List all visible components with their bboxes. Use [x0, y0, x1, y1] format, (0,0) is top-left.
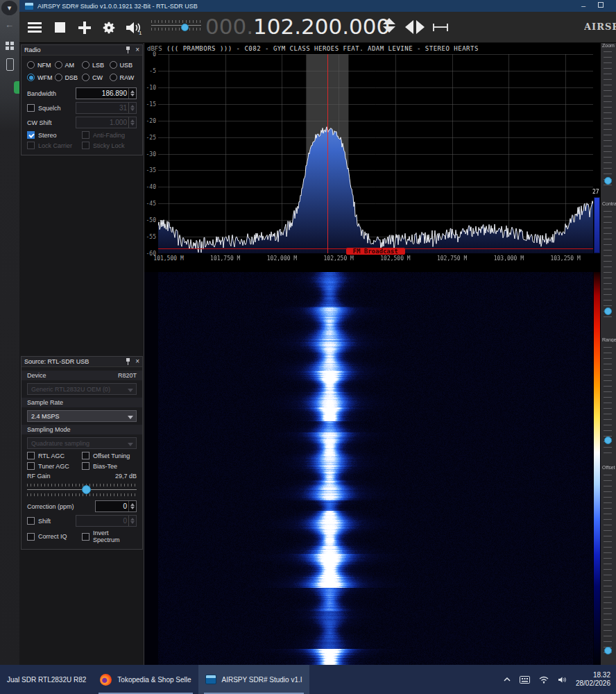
checkbox-label: Invert Spectrum [93, 530, 137, 543]
checkbox-correct-iq[interactable]: Correct IQ [27, 533, 82, 541]
checkbox-label: Offset Tuning [93, 452, 130, 459]
radio-button-icon[interactable] [27, 74, 35, 81]
mode-option-dsb[interactable]: DSB [55, 74, 83, 81]
volume-button[interactable]: 1 [122, 12, 146, 43]
frequency-display[interactable]: 000.102.200.000 [205, 14, 390, 39]
checkbox-rtl-agc[interactable]: RTL AGC [27, 452, 82, 459]
volume-slider[interactable] [151, 20, 201, 35]
radio-button-icon[interactable] [82, 74, 89, 81]
bandwidth-input[interactable]: 186.890 [76, 87, 137, 99]
close-icon[interactable]: × [135, 46, 139, 53]
frequency-stepper[interactable] [383, 18, 395, 33]
window-title: AIRSPY SDR# Studio v1.0.0.1921 32-Bit - … [37, 3, 198, 10]
frequency-down-icon[interactable] [383, 26, 395, 33]
radio-button-icon[interactable] [55, 74, 62, 81]
contrast-slider[interactable] [604, 211, 612, 318]
taskbar-item[interactable]: Jual SDR RTL2832U R82 [0, 665, 93, 694]
contrast-slider-thumb[interactable] [604, 307, 612, 315]
sample-rate-dropdown[interactable]: 2.4 MSPS [27, 410, 137, 422]
mode-option-nfm[interactable]: NFM [27, 61, 55, 69]
tune-left-button[interactable] [405, 20, 413, 34]
mode-option-lsb[interactable]: LSB [82, 61, 110, 69]
taskbar-item[interactable]: AIRSPY SDR# Studio v1.I [198, 665, 309, 694]
spectrum-analyzer[interactable]: dBFS ((( PRAMBORS ))) - C082 - GYM CLASS… [144, 43, 601, 272]
main-toolbar: 1 000.102.200.000 AIRSP [19, 12, 616, 43]
radio-button-icon[interactable] [55, 61, 62, 69]
left-panel-column: Radio × NFMAMLSBUSBWFMDSBCWRAW Bandwidth… [19, 43, 144, 665]
snr-value: 27 [592, 189, 599, 195]
spinner-icon [128, 516, 135, 526]
shift-label: Shift [38, 518, 51, 525]
waterfall-plot[interactable] [158, 272, 593, 665]
mode-option-cw[interactable]: CW [82, 74, 110, 81]
squelch-checkbox[interactable] [27, 104, 35, 112]
shift-checkbox[interactable] [27, 517, 35, 525]
taskbar-item[interactable]: Tokopedia & Shop Selle [93, 665, 198, 694]
rf-gain-slider[interactable] [27, 482, 137, 498]
checkbox-lock-carrier: Lock Carrier [27, 142, 82, 149]
radio-button-icon[interactable] [110, 74, 117, 81]
checkbox-icon[interactable] [27, 131, 35, 139]
spinner-icon[interactable] [128, 88, 135, 99]
tray-chevron-icon[interactable] [504, 677, 511, 682]
frequency-up-icon[interactable] [383, 18, 395, 24]
checkbox-icon[interactable] [27, 462, 35, 470]
wifi-icon[interactable] [539, 676, 549, 684]
collapse-chevron-icon[interactable]: ▾ [1, 1, 17, 15]
keyboard-icon[interactable] [520, 676, 530, 684]
add-button[interactable] [75, 12, 94, 43]
tray-speaker-icon[interactable] [558, 676, 567, 684]
checkbox-icon[interactable] [82, 533, 89, 541]
checkbox-icon[interactable] [82, 452, 89, 459]
waterfall[interactable] [144, 272, 601, 665]
tune-right-button[interactable] [416, 20, 425, 34]
system-tray: 18.32 28/02/2026 [504, 665, 616, 694]
grid-apps-icon[interactable] [6, 42, 14, 50]
radio-button-icon[interactable] [82, 61, 89, 69]
taskbar-item-label: Jual SDR RTL2832U R82 [7, 676, 86, 684]
checkbox-stereo[interactable]: Stereo [27, 131, 82, 139]
zoom-slider[interactable] [604, 51, 612, 187]
checkbox-label: Tuner AGC [38, 463, 69, 470]
sample-rate-label: Sample Rate [27, 399, 63, 406]
checkbox-icon[interactable] [27, 452, 35, 459]
app-icon [25, 3, 33, 10]
checkbox-label: Bias-Tee [93, 463, 117, 470]
x-tick-label: 103,000 M [488, 255, 529, 262]
mode-option-raw[interactable]: RAW [110, 74, 137, 81]
correction-input[interactable]: 0 [95, 500, 137, 512]
close-icon[interactable]: × [135, 358, 139, 365]
checkbox-tuner-agc[interactable]: Tuner AGC [27, 462, 82, 470]
menu-button[interactable] [25, 12, 44, 43]
offset-slider[interactable] [604, 475, 612, 658]
correction-label: Correction (ppm) [27, 503, 74, 510]
mode-option-usb[interactable]: USB [110, 61, 137, 69]
stop-button[interactable] [50, 12, 69, 43]
minimize-button[interactable]: – [581, 1, 585, 10]
checkbox-icon[interactable] [27, 533, 35, 541]
pin-icon[interactable] [126, 46, 130, 53]
radio-button-icon[interactable] [27, 61, 35, 69]
offset-slider-thumb[interactable] [604, 647, 612, 654]
sampling-mode-dropdown: Quadrature sampling [27, 437, 137, 449]
maximize-button[interactable] [598, 2, 604, 8]
checkbox-icon[interactable] [82, 462, 89, 470]
spectrum-plot[interactable] [158, 54, 593, 253]
radio-button-icon[interactable] [110, 61, 117, 69]
y-tick-label: -20 [144, 118, 156, 124]
stop-icon [55, 22, 65, 33]
snap-center-button[interactable] [433, 24, 448, 31]
taskbar-clock[interactable]: 18.32 28/02/2026 [576, 671, 610, 688]
checkbox-invert-spectrum[interactable]: Invert Spectrum [82, 530, 137, 543]
pin-icon[interactable] [126, 358, 130, 365]
phone-icon[interactable] [6, 58, 14, 71]
back-arrow-icon[interactable]: ← [5, 19, 14, 30]
x-tick-label: 101,500 M [148, 255, 189, 262]
spinner-icon[interactable] [128, 501, 135, 511]
os-side-strip: ▾ ← [0, 0, 19, 665]
settings-button[interactable] [99, 12, 119, 43]
mode-option-wfm[interactable]: WFM [27, 74, 55, 81]
mode-option-am[interactable]: AM [55, 61, 83, 69]
checkbox-bias-tee[interactable]: Bias-Tee [82, 462, 137, 470]
checkbox-offset-tuning[interactable]: Offset Tuning [82, 452, 137, 459]
